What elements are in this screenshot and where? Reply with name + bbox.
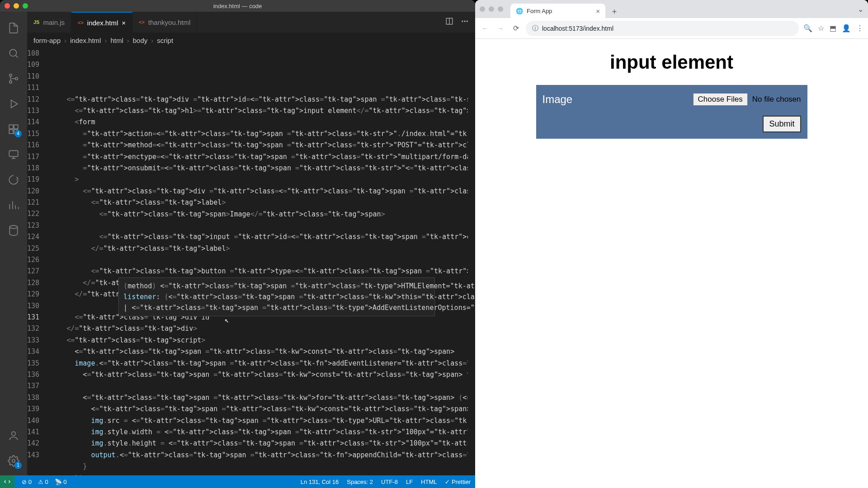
vscode-titlebar: index.html — code [0,0,475,12]
editor-tab[interactable]: JSmain.js [27,12,71,33]
reload-button[interactable]: ⟳ [510,23,521,34]
prettier-status[interactable]: ✓ Prettier [445,479,471,485]
install-app-icon[interactable]: ⬒ [830,24,836,33]
choose-files-button[interactable]: Choose Files [693,93,748,106]
browser-tabstrip: 🌐 Form App × + ⌄ [475,0,868,18]
window-traffic-lights [5,3,28,9]
image-label: Image [542,93,573,106]
svg-point-9 [9,225,17,229]
extensions-icon[interactable]: 4 [3,118,24,140]
azure-icon[interactable] [3,169,24,191]
bookmark-star-icon[interactable]: ☆ [818,24,824,33]
graph-icon[interactable] [3,194,24,216]
breadcrumb-item[interactable]: script [157,37,173,44]
svg-point-13 [462,21,463,22]
close-tab-icon[interactable]: × [122,19,126,27]
explorer-icon[interactable] [3,17,24,39]
file-icon: <> [78,20,84,25]
breadcrumb-item[interactable]: form-app [33,37,61,44]
svg-rect-6 [9,130,13,134]
profile-avatar-icon[interactable]: 👤 [842,24,851,33]
address-bar[interactable]: ⓘ localhost:5173/index.html [526,21,799,36]
svg-point-15 [467,21,468,22]
tab-label: main.js [43,19,65,26]
tab-favicon-icon: 🌐 [516,8,523,14]
form-body: Image Choose Files No file chosen Submit [536,85,807,139]
remote-explorer-icon[interactable] [3,144,24,165]
editor-tabs: JSmain.js<>index.html×<>thankyou.html [27,12,475,33]
back-button[interactable]: ← [480,23,491,34]
status-bar: ⊘ 0 ⚠ 0 📡 0 Ln 131, Col 16 Spaces: 2 UTF… [0,475,475,488]
code-editor[interactable]: 1081091101111121131141151161171181191201… [27,48,475,475]
file-icon: JS [33,19,39,25]
forward-button[interactable]: → [495,23,506,34]
account-icon[interactable] [3,425,24,446]
extensions-badge: 4 [14,130,22,137]
svg-rect-4 [9,125,13,129]
svg-point-10 [12,432,16,436]
line-number-gutter: 1081091101111121131141151161171181191201… [27,48,48,475]
browser-tab[interactable]: 🌐 Form App × [510,4,605,18]
svg-rect-8 [9,150,18,156]
database-icon[interactable] [3,220,24,241]
debug-icon[interactable] [3,93,24,115]
tab-label: thankyou.html [148,19,190,26]
svg-point-3 [15,77,18,80]
settings-gear-icon[interactable]: 1 [3,450,24,472]
cursor-position[interactable]: Ln 131, Col 16 [301,479,339,485]
expand-tabs-icon[interactable]: ⌄ [858,5,863,14]
page-content: input element Image Choose Files No file… [475,39,868,488]
url-text: localhost:5173/index.html [542,25,613,32]
intellisense-hover: (method) <="tk-attr">class="tk-tag">span… [118,277,435,316]
source-control-icon[interactable] [3,68,24,89]
browser-tab-title: Form App [527,8,552,14]
svg-rect-5 [14,125,18,129]
indentation[interactable]: Spaces: 2 [347,479,373,485]
minimap[interactable] [468,48,475,475]
zoom-icon[interactable]: 🔍 [803,24,812,33]
svg-point-14 [464,21,466,22]
errors-count[interactable]: ⊘ 0 [22,479,32,485]
search-icon[interactable] [3,42,24,64]
breadcrumb-item[interactable]: body [133,37,148,44]
ports-count[interactable]: 📡 0 [55,479,67,485]
site-info-icon[interactable]: ⓘ [532,24,538,33]
svg-point-2 [9,81,12,83]
svg-point-11 [12,460,15,463]
window-title: index.html — code [213,3,262,9]
minimize-window-icon[interactable] [14,3,19,9]
maximize-window-icon[interactable] [23,3,28,9]
svg-point-1 [9,74,12,76]
breadcrumb-item[interactable]: index.html [70,37,101,44]
remote-indicator[interactable] [0,475,14,488]
page-heading: input element [610,52,733,73]
language-mode[interactable]: HTML [421,479,437,485]
close-tab-icon[interactable]: × [596,7,600,15]
breadcrumbs[interactable]: form-app›index.html›html›body›script [27,33,475,48]
mouse-cursor-icon: ↖ [225,314,229,326]
editor-tab[interactable]: <>index.html× [71,12,132,33]
split-editor-icon[interactable] [445,17,453,27]
close-window-icon[interactable] [5,3,10,9]
browser-menu-icon[interactable]: ⋮ [856,24,863,33]
breadcrumb-item[interactable]: html [110,37,123,44]
warnings-count[interactable]: ⚠ 0 [38,479,48,485]
new-tab-button[interactable]: + [608,5,621,18]
browser-traffic-lights [480,6,503,12]
code-content[interactable]: ↖ <="tk-attr">class="tk-tag">div ="tk-at… [48,48,475,475]
eol[interactable]: LF [406,479,413,485]
submit-button[interactable]: Submit [763,116,801,132]
svg-point-0 [9,49,16,56]
activity-bar: 4 1 [0,12,27,475]
settings-badge: 1 [14,462,22,469]
file-icon: <> [139,19,145,25]
more-actions-icon[interactable] [461,17,469,27]
editor-tab[interactable]: <>thankyou.html [132,12,197,33]
encoding[interactable]: UTF-8 [381,479,398,485]
tab-label: index.html [87,19,118,27]
file-status-text: No file chosen [752,95,801,104]
browser-toolbar: ← → ⟳ ⓘ localhost:5173/index.html 🔍 ☆ ⬒ … [475,18,868,39]
